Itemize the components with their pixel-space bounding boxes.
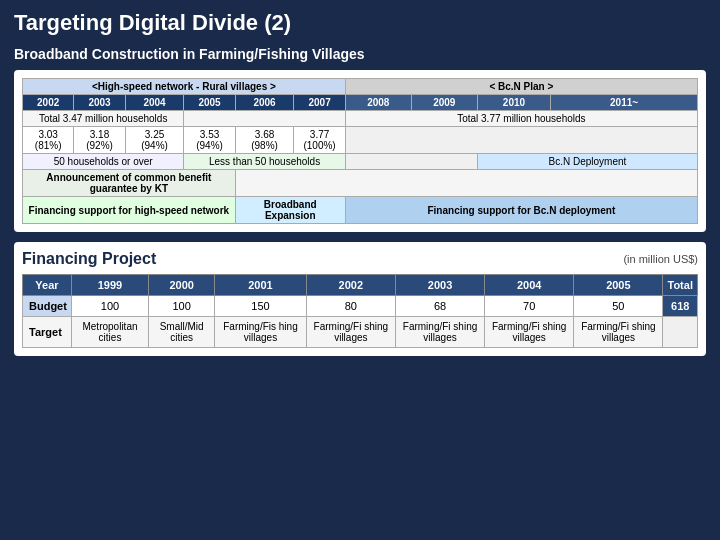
high-speed-header: <High-speed network - Rural villages > (23, 79, 346, 95)
col-year: Year (23, 275, 72, 296)
target-1999: Metropolitan cities (71, 317, 148, 348)
financing-note: (in million US$) (623, 253, 698, 265)
target-total (663, 317, 698, 348)
budget-2004: 70 (485, 296, 574, 317)
total-377: Total 3.77 million households (345, 111, 697, 127)
budget-label: Budget (23, 296, 72, 317)
target-2005: Farming/Fi shing villages (574, 317, 663, 348)
page-title: Targeting Digital Divide (2) (14, 10, 706, 36)
year-2004: 2004 (125, 95, 184, 111)
year-2010: 2010 (477, 95, 550, 111)
target-2004: Farming/Fi shing villages (485, 317, 574, 348)
budget-row: Budget 100 100 150 80 68 70 50 618 (23, 296, 698, 317)
val-2002: 3.03(81%) (23, 127, 74, 154)
financing-row: Financing support for high-speed network… (23, 197, 698, 224)
bcn-plan-header: < Bc.N Plan > (345, 79, 697, 95)
target-2002: Farming/Fi shing villages (306, 317, 395, 348)
budget-2005: 50 (574, 296, 663, 317)
year-2006: 2006 (235, 95, 294, 111)
financing-hs: Financing support for high-speed network (23, 197, 236, 224)
total-347: Total 3.47 million households (23, 111, 184, 127)
bcn-deploy: Bc.N Deployment (477, 154, 697, 170)
fifty-households: 50 households or over (23, 154, 184, 170)
target-2000: Small/Mid cities (149, 317, 215, 348)
financing-section: Financing Project (in million US$) Year … (14, 242, 706, 356)
broadband-expansion: Broadband Expansion (235, 197, 345, 224)
main-container: Targeting Digital Divide (2) Broadband C… (0, 0, 720, 540)
target-2001: Farming/Fis hing villages (215, 317, 307, 348)
year-2002: 2002 (23, 95, 74, 111)
year-2011: 2011~ (551, 95, 698, 111)
budget-2001: 150 (215, 296, 307, 317)
financing-header-row: Year 1999 2000 2001 2002 2003 2004 2005 … (23, 275, 698, 296)
col-total: Total (663, 275, 698, 296)
budget-2002: 80 (306, 296, 395, 317)
year-2008: 2008 (345, 95, 411, 111)
year-2007: 2007 (294, 95, 345, 111)
val-2003: 3.18(92%) (74, 127, 125, 154)
val-2006: 3.68(98%) (235, 127, 294, 154)
year-2005: 2005 (184, 95, 235, 111)
financing-bcn: Financing support for Bc.N deployment (345, 197, 697, 224)
year-2003: 2003 (74, 95, 125, 111)
val-2005: 3.53(94%) (184, 127, 235, 154)
target-2003: Farming/Fi shing villages (395, 317, 484, 348)
budget-2000: 100 (149, 296, 215, 317)
val-2004: 3.25(94%) (125, 127, 184, 154)
col-1999: 1999 (71, 275, 148, 296)
announcement: Announcement of common benefit guarantee… (23, 170, 236, 197)
col-2002: 2002 (306, 275, 395, 296)
less-fifty: Less than 50 households (184, 154, 345, 170)
col-2004: 2004 (485, 275, 574, 296)
broadband-section: <High-speed network - Rural villages > <… (14, 70, 706, 232)
val-2007: 3.77(100%) (294, 127, 345, 154)
announcement-row: Announcement of common benefit guarantee… (23, 170, 698, 197)
target-row: Target Metropolitan cities Small/Mid cit… (23, 317, 698, 348)
financing-header: Financing Project (in million US$) (22, 250, 698, 268)
year-2009: 2009 (411, 95, 477, 111)
financing-table: Year 1999 2000 2001 2002 2003 2004 2005 … (22, 274, 698, 348)
budget-1999: 100 (71, 296, 148, 317)
col-2003: 2003 (395, 275, 484, 296)
budget-2003: 68 (395, 296, 484, 317)
col-2001: 2001 (215, 275, 307, 296)
target-label: Target (23, 317, 72, 348)
col-2005: 2005 (574, 275, 663, 296)
data-values-row: 3.03(81%) 3.18(92%) 3.25(94%) 3.53(94%) … (23, 127, 698, 154)
financing-title: Financing Project (22, 250, 156, 268)
section-subtitle: Broadband Construction in Farming/Fishin… (14, 46, 706, 62)
network-table: <High-speed network - Rural villages > <… (22, 78, 698, 224)
total-row: Total 3.47 million households Total 3.77… (23, 111, 698, 127)
households-row: 50 households or over Less than 50 house… (23, 154, 698, 170)
budget-total: 618 (663, 296, 698, 317)
col-2000: 2000 (149, 275, 215, 296)
